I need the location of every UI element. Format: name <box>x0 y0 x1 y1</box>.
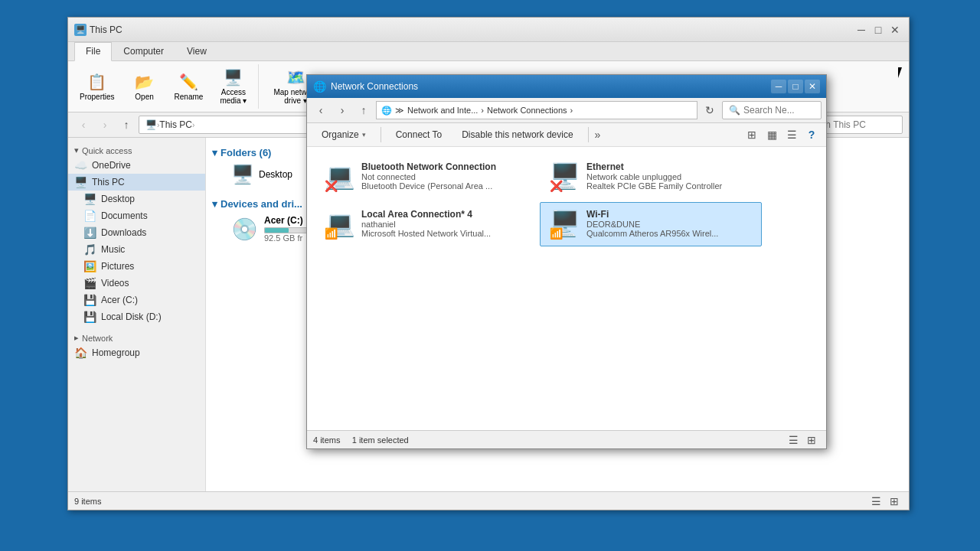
tab-view[interactable]: View <box>175 42 218 60</box>
sidebar-item-music[interactable]: 🎵 Music <box>68 241 205 258</box>
breadcrumb-this-pc: This PC <box>159 119 192 130</box>
sidebar: ▾ Quick access ☁️ OneDrive 🖥️ This PC 🖥️… <box>68 138 206 491</box>
tab-file[interactable]: File <box>74 42 112 61</box>
bluetooth-connection-icon: 💻 ❌ <box>325 161 355 192</box>
explorer-title-icon: 🖥️ <box>74 24 87 36</box>
organize-arrow-icon: ▾ <box>362 131 366 139</box>
net-dialog-icon: 🌐 <box>313 80 326 93</box>
close-button[interactable]: ✕ <box>887 22 903 37</box>
explorer-status-bar: 9 items ☰ ⊞ <box>68 491 909 510</box>
videos-icon: 🎬 <box>83 277 96 289</box>
sidebar-item-this-pc[interactable]: 🖥️ This PC <box>68 174 205 191</box>
sidebar-item-videos[interactable]: 🎬 Videos <box>68 275 205 292</box>
disk-progress-fill <box>265 228 289 233</box>
item-count: 9 items <box>74 497 101 506</box>
net-address-path[interactable]: 🌐 ≫ Network and Inte... › Network Connec… <box>376 101 697 119</box>
net-status-grid-view[interactable]: ⊞ <box>803 432 820 448</box>
folder-item-desktop[interactable]: 🖥️ Desktop <box>224 160 301 189</box>
folders-chevron-icon: ▾ <box>212 147 217 158</box>
net-search-input[interactable] <box>743 105 815 116</box>
net-item-local-area[interactable]: 💻 📶 Local Area Connection* 4 nathaniel M… <box>315 202 537 246</box>
open-button[interactable]: 📂 Open <box>126 69 163 105</box>
net-search-icon: 🔍 <box>729 105 740 116</box>
rename-icon: ✏️ <box>179 73 198 91</box>
net-item-bluetooth[interactable]: 💻 ❌ Bluetooth Network Connection Not con… <box>315 155 537 199</box>
net-search-box[interactable]: 🔍 <box>722 101 822 119</box>
sidebar-item-homegroup[interactable]: 🏠 Homegroup <box>68 344 205 361</box>
access-media-button[interactable]: 🖥️ Accessmedia ▾ <box>214 64 252 109</box>
net-refresh-button[interactable]: ↻ <box>701 101 719 119</box>
organize-button[interactable]: Organize ▾ <box>313 126 374 143</box>
maximize-button[interactable]: □ <box>871 22 886 37</box>
local-area-connection-icon: 💻 📶 <box>325 209 355 240</box>
toolbar-separator-1 <box>381 127 381 142</box>
up-button[interactable]: ↑ <box>117 116 136 134</box>
net-item-wifi[interactable]: 🖥️ 📶 Wi-Fi DEOR&DUNE Qualcomm Atheros AR… <box>540 202 762 246</box>
ethernet-connection-icon: 🖥️ ❌ <box>550 161 580 192</box>
access-media-icon: 🖥️ <box>224 68 243 86</box>
net-back-button[interactable]: ‹ <box>312 101 330 119</box>
open-icon: 📂 <box>135 73 154 91</box>
sidebar-item-documents[interactable]: 📄 Documents <box>68 207 205 224</box>
chevron-down-icon: ▾ <box>74 145 79 155</box>
view-controls: ☰ ⊞ <box>867 493 903 510</box>
sidebar-section-quick-access: ▾ Quick access <box>68 141 205 157</box>
folder-desktop-icon: 🖥️ <box>231 164 254 185</box>
homegroup-icon: 🏠 <box>74 347 87 359</box>
net-forward-button[interactable]: › <box>333 101 351 119</box>
properties-icon: 📋 <box>87 73 106 91</box>
net-icon-view-button[interactable]: ▦ <box>763 126 780 143</box>
net-breadcrumb-icon: 🌐 <box>381 106 392 116</box>
net-status-bar: 4 items 1 item selected ☰ ⊞ <box>307 430 826 448</box>
toolbar-more-icon[interactable]: » <box>595 129 601 141</box>
disable-device-button[interactable]: Disable this network device <box>453 126 581 143</box>
net-close-button[interactable]: ✕ <box>805 80 820 93</box>
minimize-button[interactable]: ─ <box>854 22 869 37</box>
local-disk-d-icon: 💾 <box>83 311 96 323</box>
breadcrumb-computer-icon: 🖥️ <box>145 119 157 130</box>
rename-button[interactable]: ✏️ Rename <box>169 69 209 105</box>
net-item-count: 4 items 1 item selected <box>313 435 409 445</box>
net-up-button[interactable]: ↑ <box>354 101 373 119</box>
sidebar-item-desktop[interactable]: 🖥️ Desktop <box>68 191 205 207</box>
forward-button[interactable]: › <box>96 116 114 134</box>
properties-button[interactable]: 📋 Properties <box>74 69 120 105</box>
onedrive-icon: ☁️ <box>74 159 87 171</box>
net-list-view-button[interactable]: ☰ <box>783 126 800 143</box>
net-content: 💻 ❌ Bluetooth Network Connection Not con… <box>307 147 826 430</box>
music-icon: 🎵 <box>83 243 96 256</box>
acer-drive-icon: 💾 <box>83 294 96 306</box>
tab-computer[interactable]: Computer <box>112 42 175 60</box>
grid-view-button[interactable]: ⊞ <box>886 493 903 510</box>
net-address-bar: ‹ › ↑ 🌐 ≫ Network and Inte... › Network … <box>307 98 826 123</box>
net-help-button[interactable]: ? <box>803 126 820 143</box>
network-connections-dialog: 🌐 Network Connections ─ □ ✕ ‹ › ↑ 🌐 ≫ Ne… <box>306 74 827 449</box>
sidebar-section-network: ▸ Network <box>68 328 205 344</box>
sidebar-item-onedrive[interactable]: ☁️ OneDrive <box>68 157 205 174</box>
net-item-ethernet[interactable]: 🖥️ ❌ Ethernet Network cable unplugged Re… <box>540 155 762 199</box>
documents-icon: 📄 <box>83 210 96 222</box>
net-dialog-title-bar: 🌐 Network Connections ─ □ ✕ <box>307 75 826 98</box>
sidebar-item-acer[interactable]: 💾 Acer (C:) <box>68 292 205 308</box>
net-minimize-button[interactable]: ─ <box>771 80 786 93</box>
downloads-icon: ⬇️ <box>83 227 96 239</box>
title-controls: ─ □ ✕ <box>854 22 903 37</box>
net-detail-view-button[interactable]: ⊞ <box>743 126 760 143</box>
sidebar-item-local-disk-d[interactable]: 💾 Local Disk (D:) <box>68 308 205 325</box>
sidebar-item-pictures[interactable]: 🖼️ Pictures <box>68 258 205 275</box>
net-breadcrumb-1: Network and Inte... <box>407 106 478 115</box>
net-toolbar: Organize ▾ Connect To Disable this netwo… <box>307 123 826 147</box>
net-dialog-title: Network Connections <box>331 81 771 92</box>
map-drive-icon: 🗺️ <box>286 68 305 86</box>
sidebar-item-downloads[interactable]: ⬇️ Downloads <box>68 224 205 241</box>
back-button[interactable]: ‹ <box>74 116 93 134</box>
net-status-list-view[interactable]: ☰ <box>785 432 802 448</box>
net-view-controls: ☰ ⊞ <box>785 432 820 448</box>
ribbon-tabs: File Computer View <box>68 42 909 61</box>
desktop-icon: 🖥️ <box>83 193 96 205</box>
wifi-connection-icon: 🖥️ 📶 <box>550 209 580 240</box>
net-maximize-button[interactable]: □ <box>788 80 803 93</box>
connect-to-button[interactable]: Connect To <box>387 126 451 143</box>
list-view-button[interactable]: ☰ <box>867 493 884 510</box>
net-breadcrumb-2: Network Connections <box>487 106 567 115</box>
